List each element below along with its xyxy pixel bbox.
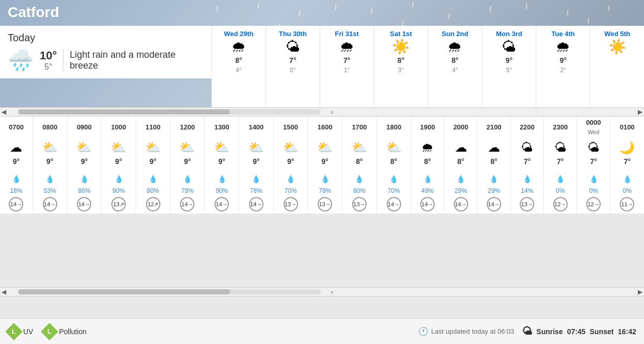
wind-circle: 14→ [454, 197, 468, 211]
hour-weather-icon: ⛅ [239, 137, 274, 156]
hour-temp: 9° [239, 156, 274, 167]
hour-label: 1700 [342, 117, 377, 137]
location-title: Catford [8, 4, 59, 21]
bottom-scroll-left-arrow[interactable]: ◀ [0, 288, 8, 296]
precip-pct: 29% [444, 185, 477, 196]
forecast-day-6[interactable]: Tue 4th 🌧 9° 2° [536, 26, 590, 108]
hour-label: 1200 [170, 117, 205, 137]
precip-pct: 70% [273, 185, 308, 196]
footer-left: L UV L Pollution [8, 325, 87, 338]
scroll-right-arrow[interactable]: ▶ [636, 108, 644, 116]
forecast-strip: Wed 29th 🌧 8° 4° Thu 30th 🌤 7° 0° Fri 31… [211, 26, 644, 108]
forecast-day-name: Sat 1st [390, 30, 412, 38]
wind-indicator: 13→ [510, 196, 543, 214]
sunrise-sunset: 🌤 Sunrise 07:45 Sunset 16:42 [522, 325, 636, 337]
hour-label: 0700 [0, 117, 32, 137]
wind-indicator: 14→ [239, 196, 274, 214]
precip-pct: 79% [170, 185, 205, 196]
uv-badge[interactable]: L UV [8, 325, 33, 338]
forecast-day-name: Tue 4th [552, 30, 575, 38]
forecast-day-2[interactable]: Fri 31st 🌧 7° 1° [320, 26, 374, 108]
hour-label: 0100 [610, 117, 644, 137]
hour-temp: 9° [32, 156, 67, 167]
bottom-scrollbar[interactable]: ◀ ≡ ▶ [0, 287, 644, 297]
hour-temp: 8° [444, 156, 477, 167]
wind-indicator: 14→ [444, 196, 477, 214]
sunset-time: 16:42 [618, 327, 636, 336]
forecast-min-temp: 4° [236, 67, 241, 74]
wind-circle: 13→ [352, 197, 367, 211]
forecast-weather-icon: 🌤 [286, 40, 300, 54]
forecast-day-7[interactable]: Wed 5th ☀️ [590, 26, 644, 108]
precip-pct: 53% [32, 185, 67, 196]
forecast-day-5[interactable]: Mon 3rd 🌤 9° 5° [482, 26, 536, 108]
hour-label: 1600 [308, 117, 342, 137]
forecast-max-temp: 8° [398, 56, 404, 64]
bottom-scrollbar-track[interactable] [18, 289, 321, 294]
precip-pct: 78% [239, 185, 274, 196]
hour-temp: 9° [136, 156, 170, 167]
hour-label: 1900 [411, 117, 444, 137]
hour-temp: 9° [67, 156, 102, 167]
hourly-section: 0700080009001000110012001300140015001600… [0, 117, 644, 214]
wind-circle: 14→ [77, 197, 91, 211]
bottom-scroll-right-arrow[interactable]: ▶ [636, 288, 644, 296]
forecast-day-4[interactable]: Sun 2nd 🌧 8° 4° [428, 26, 482, 108]
today-description: Light rain and a moderate breeze [70, 50, 204, 71]
top-scrollbar[interactable]: ◀ ≡ ▶ [0, 107, 644, 117]
wind-indicator: 14→ [411, 196, 444, 214]
precip-icon: 💧 [411, 167, 444, 185]
forecast-day-0[interactable]: Wed 29th 🌧 8° 4° [211, 26, 266, 108]
precip-icon: 💧 [544, 167, 577, 185]
hour-temp: 9° [308, 156, 342, 167]
hour-temp: 9° [273, 156, 308, 167]
precip-icon: 💧 [308, 167, 342, 185]
wind-indicator: 12↗ [136, 196, 170, 214]
wind-indicator: 13↗ [102, 196, 136, 214]
pollution-label: Pollution [59, 327, 87, 336]
wind-indicator: 14→ [170, 196, 205, 214]
wind-circle: 13→ [318, 197, 332, 211]
hour-label: 1300 [205, 117, 239, 137]
last-updated: 🕐 Last updated today at 06:03 [418, 326, 514, 336]
precip-icon: 💧 [32, 167, 67, 185]
scrollbar-thumb[interactable] [18, 109, 230, 114]
wind-circle: 14→ [180, 197, 194, 211]
today-max-temp: 10° [40, 49, 57, 62]
scrollbar-track[interactable] [18, 109, 321, 114]
hour-weather-icon: 🌤 [510, 137, 543, 156]
precip-icon: 💧 [136, 167, 170, 185]
hour-temp: 8° [411, 156, 444, 167]
precip-pct: 0% [544, 185, 577, 196]
hour-label: 1400 [239, 117, 274, 137]
forecast-day-1[interactable]: Thu 30th 🌤 7° 0° [266, 26, 320, 108]
pollution-diamond-icon: L [41, 323, 58, 340]
forecast-min-temp: 4° [452, 67, 458, 74]
hour-temp: 7° [610, 156, 644, 167]
forecast-weather-icon: 🌧 [556, 40, 570, 54]
hour-weather-icon: ⛅ [342, 137, 377, 156]
bottom-scrollbar-thumb[interactable] [18, 289, 230, 294]
forecast-day-3[interactable]: Sat 1st ☀️ 8° 3° [374, 26, 428, 108]
hour-temp: 8° [376, 156, 411, 167]
precip-icon: 💧 [342, 167, 377, 185]
wind-indicator: 14→ [0, 196, 32, 214]
forecast-min-temp: 2° [560, 67, 566, 74]
pollution-badge[interactable]: L Pollution [43, 325, 87, 338]
wind-indicator: 12→ [544, 196, 577, 214]
wind-circle: 13→ [284, 197, 298, 211]
sunrise-label: Sunrise [536, 327, 563, 336]
precip-icon: 💧 [170, 167, 205, 185]
forecast-min-temp: 0° [290, 67, 295, 74]
forecast-day-name: Wed 29th [224, 30, 254, 38]
hour-temp: 9° [170, 156, 205, 167]
precip-icon: 💧 [239, 167, 274, 185]
hour-weather-icon: 🌤 [577, 137, 610, 156]
scroll-left-arrow[interactable]: ◀ [0, 108, 8, 116]
forecast-min-temp: 3° [398, 67, 404, 74]
precip-pct: 29% [477, 185, 510, 196]
precip-pct: 14% [510, 185, 543, 196]
hour-temp: 8° [342, 156, 377, 167]
precip-icon: 💧 [577, 167, 610, 185]
today-min-temp: 5° [44, 62, 52, 72]
